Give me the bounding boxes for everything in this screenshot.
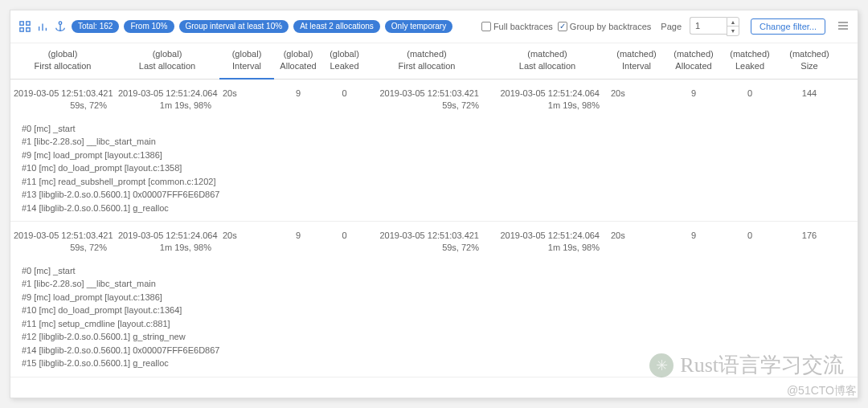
stack-frame: #10 [mc] do_load_prompt [layout.c:1364] xyxy=(22,304,858,317)
svg-rect-3 xyxy=(27,28,30,31)
stack-frame: #14 [libglib-2.0.so.0.5600.1] g_realloc xyxy=(22,202,858,215)
col-global-leaked[interactable]: (global)Leaked xyxy=(322,43,366,79)
cell-global-first: 2019-03-05 12:51:03.42159s, 72% xyxy=(10,225,115,259)
cell-global-alloc: 9 xyxy=(274,225,322,259)
col-matched-allocated[interactable]: (matched)Allocated xyxy=(665,43,722,79)
svg-rect-0 xyxy=(20,22,23,25)
stack-frame: #1 [libc-2.28.so] __libc_start_main xyxy=(22,277,858,291)
spinner-up-icon[interactable]: ▲ xyxy=(727,18,739,27)
col-global-allocated[interactable]: (global)Allocated xyxy=(274,43,322,79)
col-global-last-allocation[interactable]: (global)Last allocation xyxy=(115,43,219,79)
watermark-51cto: @51CTO博客 xyxy=(787,384,857,398)
col-matched-interval[interactable]: (matched)Interval xyxy=(608,43,665,79)
cell-global-first: 2019-03-05 12:51:03.42159s, 72% xyxy=(10,83,115,117)
svg-rect-1 xyxy=(27,22,30,25)
toolbar: Total: 162 From 10% Group interval at le… xyxy=(10,10,858,43)
cell-global-last: 2019-03-05 12:51:24.0641m 19s, 98% xyxy=(115,225,219,259)
col-global-interval[interactable]: (global)Interval xyxy=(219,43,274,80)
cell-matched-first: 2019-03-05 12:51:03.42159s, 72% xyxy=(366,225,487,259)
cell-matched-alloc: 9 xyxy=(665,83,722,117)
cell-matched-first: 2019-03-05 12:51:03.42159s, 72% xyxy=(366,83,487,117)
table-body: 2019-03-05 12:51:03.42159s, 72% 2019-03-… xyxy=(10,80,858,398)
watermark-wechat: ✳ Rust语言学习交流 xyxy=(649,351,844,379)
svg-point-7 xyxy=(59,22,62,25)
page-number-input[interactable]: ▲ ▼ xyxy=(690,17,739,36)
cell-matched-last: 2019-03-05 12:51:24.0641m 19s, 98% xyxy=(487,225,608,259)
spinner-down-icon[interactable]: ▼ xyxy=(727,27,739,35)
cell-global-interval: 20s xyxy=(219,83,274,117)
stack-frame: #1 [libc-2.28.so] __libc_start_main xyxy=(22,135,858,149)
filter-badge[interactable]: From 10% xyxy=(124,20,174,33)
wechat-icon: ✳ xyxy=(649,353,674,377)
stack-frame: #0 [mc] _start xyxy=(22,122,858,136)
hamburger-icon[interactable] xyxy=(837,19,850,34)
stack-frame: #11 [mc] setup_cmdline [layout.c:881] xyxy=(22,317,858,331)
col-matched-first-allocation[interactable]: (matched)First allocation xyxy=(366,43,487,79)
filter-badge[interactable]: Total: 162 xyxy=(72,20,119,33)
stack-frame: #9 [mc] load_prompt [layout.c:1386] xyxy=(22,149,858,162)
checkbox-label: Group by backtraces xyxy=(570,22,652,31)
cell-global-leaked: 0 xyxy=(322,225,366,259)
checkbox-icon xyxy=(481,22,491,31)
grid-icon[interactable] xyxy=(18,20,31,33)
table-header: (global)First allocation (global)Last al… xyxy=(10,43,858,80)
checkbox-label: Full backtraces xyxy=(493,22,553,31)
allocations-panel: Total: 162 From 10% Group interval at le… xyxy=(10,10,858,398)
cell-global-leaked: 0 xyxy=(322,83,366,117)
page-field[interactable] xyxy=(690,17,727,35)
backtrace: #0 [mc] _start #1 [libc-2.28.so] __libc_… xyxy=(10,117,858,217)
cell-matched-leaked: 0 xyxy=(722,83,778,117)
page-spinner[interactable]: ▲ ▼ xyxy=(727,17,739,36)
cell-matched-interval: 20s xyxy=(608,225,665,259)
page-label: Page xyxy=(661,22,682,31)
cell-matched-leaked: 0 xyxy=(722,225,778,259)
cell-matched-last: 2019-03-05 12:51:24.0641m 19s, 98% xyxy=(487,83,608,117)
cell-global-last: 2019-03-05 12:51:24.0641m 19s, 98% xyxy=(115,83,219,117)
col-matched-last-allocation[interactable]: (matched)Last allocation xyxy=(487,43,608,79)
checkbox-icon xyxy=(558,22,567,31)
cell-matched-interval: 20s xyxy=(608,83,665,117)
stack-frame: #10 [mc] do_load_prompt [layout.c:1358] xyxy=(22,161,858,175)
col-global-first-allocation[interactable]: (global)First allocation xyxy=(10,43,115,79)
change-filter-button[interactable]: Change filter... xyxy=(751,18,825,35)
svg-rect-2 xyxy=(20,28,23,31)
cell-global-interval: 20s xyxy=(219,225,274,259)
stack-frame: #13 [libglib-2.0.so.0.5600.1] 0x00007FFF… xyxy=(22,188,858,202)
full-backtraces-checkbox[interactable]: Full backtraces xyxy=(481,22,553,31)
stack-frame: #0 [mc] _start xyxy=(22,264,858,278)
group-by-backtraces-checkbox[interactable]: Group by backtraces xyxy=(558,22,652,31)
stack-frame: #12 [libglib-2.0.so.0.5600.1] g_string_n… xyxy=(22,330,858,344)
stack-frame: #11 [mc] read_subshell_prompt [common.c:… xyxy=(22,175,858,189)
col-matched-leaked[interactable]: (matched)Leaked xyxy=(722,43,778,79)
cell-matched-alloc: 9 xyxy=(665,225,722,259)
filter-badge[interactable]: Only temporary xyxy=(385,20,452,33)
filter-badge[interactable]: At least 2 allocations xyxy=(293,20,380,33)
cell-matched-size: 144 xyxy=(778,83,841,117)
table-row[interactable]: 2019-03-05 12:51:03.42159s, 72% 2019-03-… xyxy=(10,80,858,222)
col-matched-size[interactable]: (matched)Size xyxy=(778,43,841,79)
cell-global-alloc: 9 xyxy=(274,83,322,117)
stack-frame: #9 [mc] load_prompt [layout.c:1386] xyxy=(22,291,858,304)
anchor-icon[interactable] xyxy=(54,20,67,33)
bar-chart-icon[interactable] xyxy=(36,20,49,33)
cell-matched-size: 176 xyxy=(778,225,841,259)
filter-badge[interactable]: Group interval at least 10% xyxy=(179,20,289,33)
